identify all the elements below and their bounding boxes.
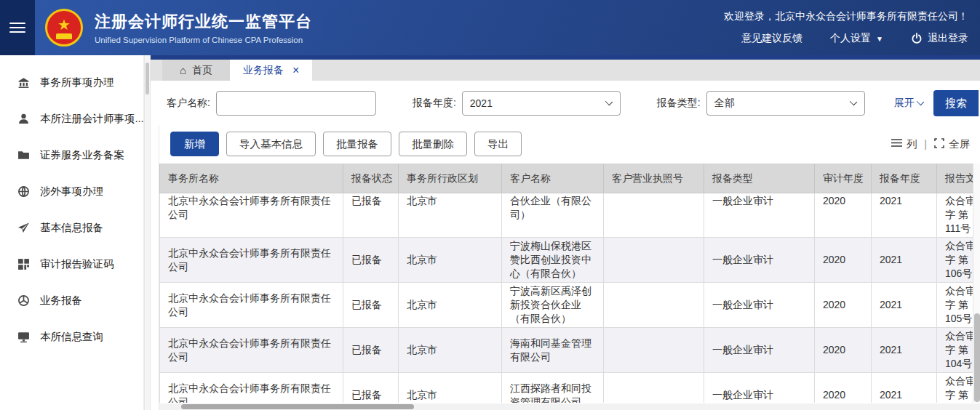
app-header: ★ 注册会计师行业统一监管平台 Unified Supervision Plat… (0, 0, 980, 55)
table-row: 北京中永众合会计师事务所有限责任公司已报备北京市合伙企业（有限公司）一般企业审计… (160, 193, 980, 238)
col-firm-region: 事务所行政区划 (399, 164, 502, 193)
bank-icon (17, 76, 30, 89)
vertical-scrollbar[interactable] (973, 164, 980, 403)
main-panel: 新增 导入基本信息 批量报备 批量删除 导出 列 | (159, 125, 980, 410)
col-license-no: 客户营业执照号 (604, 164, 704, 193)
sidebar-item-firm-info-query[interactable]: 本所信息查询 (0, 318, 143, 355)
filing-table: 事务所名称 报备状态 事务所行政区划 客户名称 客户营业执照号 报备类型 审计年… (159, 164, 980, 403)
table-header: 事务所名称 报备状态 事务所行政区划 客户名称 客户营业执照号 报备类型 审计年… (160, 164, 980, 193)
add-button[interactable]: 新增 (170, 132, 219, 156)
main-content: ⌂ 首页 业务报备 × 客户名称: 报备年度: 2021 报备类型: 全部 (151, 55, 980, 410)
batch-delete-button[interactable]: 批量删除 (399, 132, 467, 156)
send-icon (17, 222, 30, 234)
folder-icon (17, 149, 30, 161)
home-icon: ⌂ (180, 64, 186, 76)
table-row: 北京中永众合会计师事务所有限责任公司已报备北京市宁波高新区禹泽创新投资合伙企业 … (160, 283, 980, 328)
fullscreen-icon (934, 138, 944, 150)
personal-settings-menu[interactable]: 个人设置 ▼ (830, 32, 883, 45)
col-filing-type: 报备类型 (704, 164, 815, 193)
user-icon (17, 113, 30, 125)
sidebar-scrollbar-thumb[interactable] (146, 63, 149, 95)
toolbar-divider: | (924, 138, 927, 150)
col-filing-year: 报备年度 (872, 164, 937, 193)
sidebar-item-audit-report-code[interactable]: 审计报告验证码 (0, 246, 143, 282)
filing-type-select[interactable]: 全部 (706, 91, 865, 116)
tab-business-filing[interactable]: 业务报备 × (230, 60, 312, 81)
customer-name-input[interactable] (216, 91, 376, 116)
batch-filing-button[interactable]: 批量报备 (323, 132, 391, 156)
toolbar: 新增 导入基本信息 批量报备 批量删除 导出 列 | (159, 125, 980, 164)
tab-bar: ⌂ 首页 业务报备 × (151, 60, 980, 81)
grid-icon (17, 258, 30, 270)
star-icon: ★ (57, 17, 71, 32)
monitor-icon (17, 331, 30, 343)
sidebar-item-business-filing[interactable]: 业务报备 (0, 282, 143, 318)
import-basic-info-button[interactable]: 导入基本信息 (226, 132, 316, 156)
col-firm-name: 事务所名称 (160, 164, 343, 193)
brand: ★ 注册会计师行业统一监管平台 Unified Supervision Plat… (35, 0, 312, 55)
filing-table-zone: 事务所名称 报备状态 事务所行政区划 客户名称 客户营业执照号 报备类型 审计年… (159, 164, 980, 403)
col-audit-year: 审计年度 (815, 164, 872, 193)
table-row: 北京中永众合会计师事务所有限责任公司已报备北京市宁波梅山保税港区赞比西创业投资中… (160, 238, 980, 283)
sidebar-scrollbar[interactable] (144, 55, 151, 410)
caret-down-icon: ▼ (876, 35, 883, 43)
close-icon[interactable]: × (292, 65, 299, 76)
filter-row: 客户名称: 报备年度: 2021 报备类型: 全部 展开 搜索 (151, 81, 980, 125)
search-button[interactable]: 搜索 (933, 90, 979, 116)
filing-year-label: 报备年度: (413, 97, 456, 110)
gate-shape (56, 33, 72, 39)
export-button[interactable]: 导出 (474, 132, 522, 156)
horizontal-scrollbar[interactable] (159, 403, 980, 410)
sidebar-item-basic-info-filing[interactable]: 基本信息报备 (0, 209, 143, 246)
tab-home[interactable]: ⌂ 首页 (162, 60, 230, 81)
national-emblem-logo: ★ (45, 9, 83, 47)
sidebar-item-foreign-matters[interactable]: 涉外事项办理 (0, 173, 143, 209)
globe-icon (17, 185, 30, 198)
sphere-icon (17, 294, 30, 307)
expand-toggle[interactable]: 展开 (894, 97, 923, 110)
power-icon (911, 33, 923, 44)
vertical-scrollbar-thumb[interactable] (974, 313, 980, 402)
page-title: 注册会计师行业统一监管平台 (95, 11, 312, 33)
filing-year-select[interactable]: 2021 (462, 91, 621, 116)
customer-name-label: 客户名称: (167, 97, 210, 110)
sidebar-item-securities-filing[interactable]: 证券服务业务备案 (0, 137, 143, 173)
fullscreen-toggle[interactable]: 全屏 (934, 137, 970, 151)
table-row: 北京中永众合会计师事务所有限责任公司已报备北京市海南和同基金管理有限公司一般企业… (160, 328, 980, 373)
feedback-link[interactable]: 意见建议反馈 (741, 32, 802, 45)
welcome-text: 欢迎登录，北京中永众合会计师事务所有限责任公司！ (724, 10, 968, 23)
table-row: 北京中永众合会计师事务所有限责任公司已报备北京市江西探路者和同投资管理有限公司一… (160, 373, 980, 403)
sidebar: 事务所事项办理 本所注册会计师事项... 证券服务业务备案 涉外事项办理 基本信… (0, 55, 144, 410)
chevron-down-icon (917, 98, 924, 105)
col-filing-status: 报备状态 (343, 164, 399, 193)
hamburger-icon (9, 20, 25, 36)
hamburger-menu-button[interactable] (0, 0, 35, 55)
columns-toggle[interactable]: 列 (891, 137, 917, 151)
columns-icon (891, 138, 902, 150)
sidebar-item-cpa-matters[interactable]: 本所注册会计师事项... (0, 100, 143, 137)
logout-button[interactable]: 退出登录 (911, 32, 968, 45)
chevron-down-icon (849, 98, 856, 105)
page-subtitle: Unified Supervision Platform of Chinese … (95, 36, 312, 44)
horizontal-scrollbar-thumb[interactable] (181, 404, 414, 409)
sidebar-item-firm-matters[interactable]: 事务所事项办理 (0, 64, 143, 100)
filing-type-label: 报备类型: (657, 97, 701, 110)
col-customer-name: 客户名称 (502, 164, 604, 193)
chevron-down-icon (605, 98, 613, 105)
